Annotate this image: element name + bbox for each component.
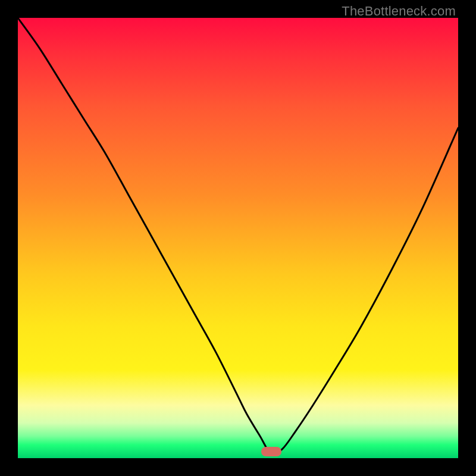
chart-frame: TheBottleneck.com	[0, 0, 476, 476]
attribution-text: TheBottleneck.com	[342, 4, 456, 19]
plot-area	[18, 18, 458, 458]
optimal-point-marker	[261, 447, 281, 456]
bottleneck-curve	[18, 18, 458, 458]
bottleneck-curve-path	[18, 18, 458, 455]
